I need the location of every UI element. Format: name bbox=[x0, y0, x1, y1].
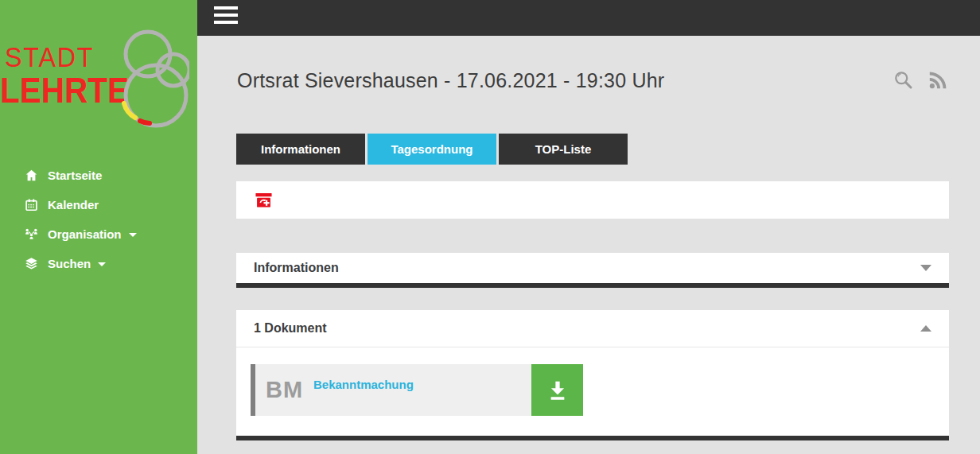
sidebar-item-organisation[interactable]: Organisation bbox=[0, 219, 197, 249]
logo-circles-icon bbox=[116, 25, 189, 130]
section-title: 1 Dokument bbox=[254, 321, 327, 336]
section-informationen: Informationen bbox=[236, 253, 949, 288]
chevron-down-icon bbox=[920, 265, 931, 271]
hamburger-bar bbox=[214, 21, 238, 24]
sidebar-item-label: Suchen bbox=[48, 257, 91, 270]
sidebar-nav: Startseite Kalender bbox=[0, 161, 197, 278]
chevron-up-icon bbox=[920, 325, 931, 332]
hamburger-icon[interactable] bbox=[214, 6, 238, 24]
document-row: BM Bekanntmachung bbox=[251, 364, 583, 416]
download-button[interactable] bbox=[531, 364, 583, 416]
sidebar-item-label: Startseite bbox=[48, 169, 102, 182]
sidebar-item-kalender[interactable]: Kalender bbox=[0, 190, 197, 219]
sidebar: STADT LEHRTE Startseite bbox=[0, 0, 197, 454]
sidebar-item-suchen[interactable]: Suchen bbox=[0, 249, 197, 278]
header-icons bbox=[892, 69, 949, 91]
section-informationen-header[interactable]: Informationen bbox=[236, 253, 949, 283]
tab-tagesordnung[interactable]: Tagesordnung bbox=[368, 134, 496, 165]
logo-line-lehrte: LEHRTE bbox=[0, 70, 129, 111]
logo-line-stadt: STADT bbox=[5, 41, 94, 73]
section-dokumente: 1 Dokument BM Bekanntmachung bbox=[236, 310, 949, 440]
sidebar-item-label: Organisation bbox=[48, 227, 122, 241]
caret-down-icon bbox=[129, 233, 137, 237]
hamburger-bar bbox=[214, 6, 238, 10]
sidebar-item-startseite[interactable]: Startseite bbox=[0, 161, 197, 190]
page-title: Ortsrat Sievershausen - 17.06.2021 - 19:… bbox=[237, 69, 664, 92]
document-body: BM Bekanntmachung bbox=[255, 364, 531, 416]
section-title: Informationen bbox=[254, 261, 339, 275]
caret-down-icon bbox=[98, 262, 106, 266]
download-icon bbox=[546, 378, 570, 402]
meeting-action-bar bbox=[236, 181, 949, 219]
main-content: Ortsrat Sievershausen - 17.06.2021 - 19:… bbox=[236, 36, 949, 454]
document-abbreviation: BM bbox=[266, 364, 303, 416]
sidebar-item-label: Kalender bbox=[48, 198, 99, 211]
app-root: STADT LEHRTE Startseite bbox=[0, 0, 980, 454]
organisation-icon bbox=[25, 227, 38, 241]
calendar-export-icon[interactable] bbox=[255, 191, 273, 209]
home-icon bbox=[25, 169, 38, 182]
search-icon[interactable] bbox=[892, 69, 914, 91]
rss-icon[interactable] bbox=[928, 69, 949, 91]
section-dokumente-header[interactable]: 1 Dokument bbox=[236, 310, 949, 347]
calendar-icon bbox=[25, 198, 38, 211]
topbar bbox=[197, 0, 980, 36]
tab-top-liste[interactable]: TOP-Liste bbox=[499, 134, 628, 165]
layers-icon bbox=[25, 257, 38, 270]
document-link[interactable]: Bekanntmachung bbox=[313, 378, 414, 391]
tab-informationen[interactable]: Informationen bbox=[236, 134, 365, 165]
tab-bar: Informationen Tagesordnung TOP-Liste bbox=[236, 134, 630, 165]
stadt-lehrte-logo: STADT LEHRTE bbox=[0, 0, 197, 135]
hamburger-bar bbox=[214, 14, 238, 17]
